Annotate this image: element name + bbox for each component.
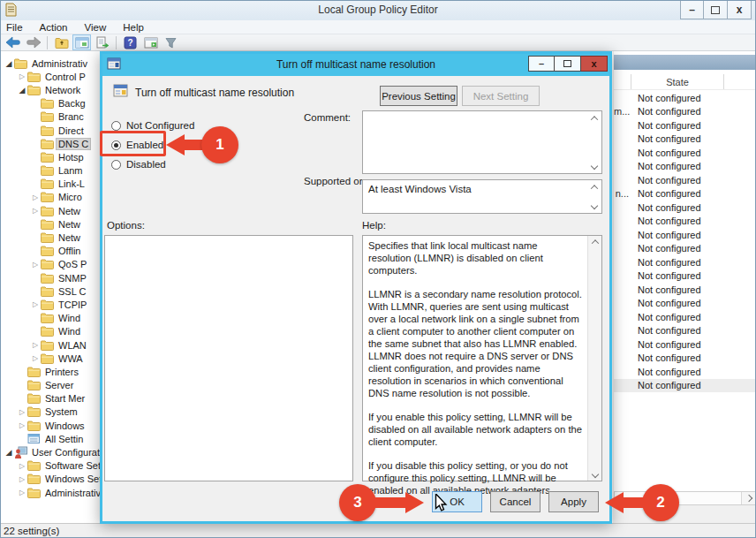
expander-closed-icon[interactable]: ▷ bbox=[17, 421, 27, 429]
menu-file[interactable]: File bbox=[6, 22, 23, 33]
supported-on-value: At least Windows Vista bbox=[368, 184, 472, 194]
settings-row[interactable]: Not configured bbox=[614, 310, 756, 324]
expander-open-icon[interactable]: ◢ bbox=[4, 448, 14, 457]
tree-item-label: WLAN bbox=[56, 339, 89, 352]
dialog-close-button[interactable]: x bbox=[581, 56, 608, 72]
settings-row[interactable]: Not configured bbox=[614, 91, 756, 105]
tree-item-label: Administrativ bbox=[29, 57, 90, 70]
cancel-button[interactable]: Cancel bbox=[490, 491, 541, 512]
column-stub-right[interactable] bbox=[724, 74, 756, 89]
settings-row[interactable]: Not configured bbox=[614, 352, 756, 366]
scroll-down-button[interactable] bbox=[589, 161, 600, 171]
expander-closed-icon[interactable]: ▷ bbox=[30, 300, 41, 308]
menu-view[interactable]: View bbox=[85, 22, 107, 33]
settings-row[interactable]: Not configured bbox=[614, 337, 756, 352]
radio-indicator bbox=[111, 121, 121, 131]
help-scrollbar[interactable] bbox=[587, 236, 601, 481]
apply-button[interactable]: Apply bbox=[548, 491, 599, 512]
settings-row[interactable]: Not configured bbox=[614, 379, 756, 393]
scroll-down-button[interactable] bbox=[588, 468, 601, 481]
expander-closed-icon[interactable]: ▷ bbox=[30, 341, 41, 349]
next-setting-button[interactable]: Next Setting bbox=[462, 86, 540, 106]
extended-view-icon[interactable] bbox=[141, 34, 160, 50]
dialog-minimize-button[interactable]: – bbox=[528, 56, 555, 72]
forward-icon[interactable] bbox=[24, 34, 42, 50]
folder-icon bbox=[41, 340, 56, 351]
settings-row[interactable]: Not configured bbox=[614, 215, 756, 229]
expander-open-icon[interactable]: ◢ bbox=[4, 59, 14, 68]
show-console-tree-icon[interactable] bbox=[72, 34, 91, 50]
minimize-button[interactable]: – bbox=[680, 0, 704, 19]
settings-row[interactable]: Not configured bbox=[614, 255, 756, 269]
settings-row[interactable]: Not configured bbox=[614, 160, 756, 174]
chevron-down-icon bbox=[591, 163, 598, 170]
expander-closed-icon[interactable]: ▷ bbox=[30, 193, 41, 201]
scroll-right-button[interactable] bbox=[741, 492, 755, 504]
column-stub-left[interactable] bbox=[614, 74, 631, 89]
tree-item-label: TCPIP bbox=[56, 299, 89, 311]
settings-row[interactable]: Not configured bbox=[614, 118, 756, 133]
setting-state: Not configured bbox=[631, 148, 701, 158]
step1-arrow-icon bbox=[166, 134, 185, 155]
setting-state: Not configured bbox=[631, 298, 701, 308]
help-paragraph: LLMNR is a secondary name resolution pro… bbox=[368, 288, 583, 399]
setting-state: Not configured bbox=[631, 202, 701, 213]
tree-item-label: Control P bbox=[42, 71, 88, 83]
tree-item-label: SSL C bbox=[56, 285, 88, 298]
expander-closed-icon[interactable]: ▷ bbox=[17, 475, 27, 483]
settings-row[interactable]: m...Not configured bbox=[614, 105, 756, 119]
maximize-button[interactable] bbox=[704, 0, 728, 19]
column-header-state[interactable]: State bbox=[631, 74, 724, 89]
folder-up-icon[interactable] bbox=[52, 34, 71, 50]
menu-action[interactable]: Action bbox=[40, 22, 68, 33]
svg-text:?: ? bbox=[127, 38, 132, 48]
settings-row[interactable]: Not configured bbox=[614, 242, 756, 256]
tree-item-label: Wind bbox=[56, 325, 83, 337]
settings-row[interactable]: Not configured bbox=[614, 283, 756, 297]
settings-row[interactable]: Not configured bbox=[614, 146, 756, 160]
dialog-maximize-button[interactable] bbox=[555, 56, 581, 72]
settings-row[interactable]: Not configured bbox=[614, 173, 756, 187]
expander-closed-icon[interactable]: ▷ bbox=[17, 462, 27, 470]
settings-list-panel: State Not configuredm...Not configuredNo… bbox=[614, 51, 756, 506]
export-list-icon[interactable] bbox=[93, 34, 111, 50]
setting-state: Not configured bbox=[631, 325, 701, 336]
mouse-cursor-icon bbox=[435, 494, 448, 516]
folder-icon bbox=[27, 460, 42, 471]
settings-row[interactable]: Not configured bbox=[614, 365, 756, 379]
scroll-up-button[interactable] bbox=[589, 113, 600, 124]
setting-state: Not configured bbox=[631, 243, 701, 254]
settings-row[interactable]: Not configured bbox=[614, 269, 756, 284]
expander-closed-icon[interactable]: ▷ bbox=[17, 408, 27, 416]
help-icon[interactable]: ? bbox=[121, 34, 140, 50]
expander-closed-icon[interactable]: ▷ bbox=[30, 354, 41, 362]
step1-highlight-box bbox=[100, 131, 166, 156]
settings-row[interactable]: Not configured bbox=[614, 201, 756, 215]
previous-setting-button[interactable]: Previous Setting bbox=[380, 86, 457, 106]
tree-item-label: Branc bbox=[56, 110, 87, 123]
close-button[interactable]: x bbox=[728, 0, 752, 19]
scroll-up-button[interactable] bbox=[588, 236, 601, 248]
expander-closed-icon[interactable]: ▷ bbox=[17, 489, 27, 496]
status-bar: 22 setting(s) bbox=[0, 523, 756, 538]
expander-closed-icon[interactable]: ▷ bbox=[17, 72, 27, 80]
settings-row[interactable]: Not configured bbox=[614, 324, 756, 338]
scroll-down-button[interactable] bbox=[589, 201, 600, 211]
menu-help[interactable]: Help bbox=[123, 22, 144, 33]
back-icon[interactable] bbox=[4, 34, 22, 50]
settings-row[interactable]: Not configured bbox=[614, 297, 756, 311]
setting-state: Not configured bbox=[631, 216, 701, 226]
expander-open-icon[interactable]: ◢ bbox=[17, 86, 27, 95]
filter-icon[interactable] bbox=[162, 34, 180, 50]
expander-closed-icon[interactable]: ▷ bbox=[30, 261, 41, 269]
folder-icon bbox=[41, 353, 56, 364]
settings-row[interactable]: n...Not configured bbox=[614, 187, 756, 201]
options-label: Options: bbox=[107, 220, 145, 231]
chevron-up-icon bbox=[591, 116, 598, 123]
comment-textarea[interactable] bbox=[362, 110, 602, 174]
expander-closed-icon[interactable]: ▷ bbox=[30, 207, 41, 215]
settings-row[interactable]: Not configured bbox=[614, 228, 756, 242]
scroll-up-button[interactable] bbox=[589, 182, 600, 193]
radio-disabled[interactable]: Disabled bbox=[111, 156, 166, 172]
settings-row[interactable]: Not configured bbox=[614, 133, 756, 147]
